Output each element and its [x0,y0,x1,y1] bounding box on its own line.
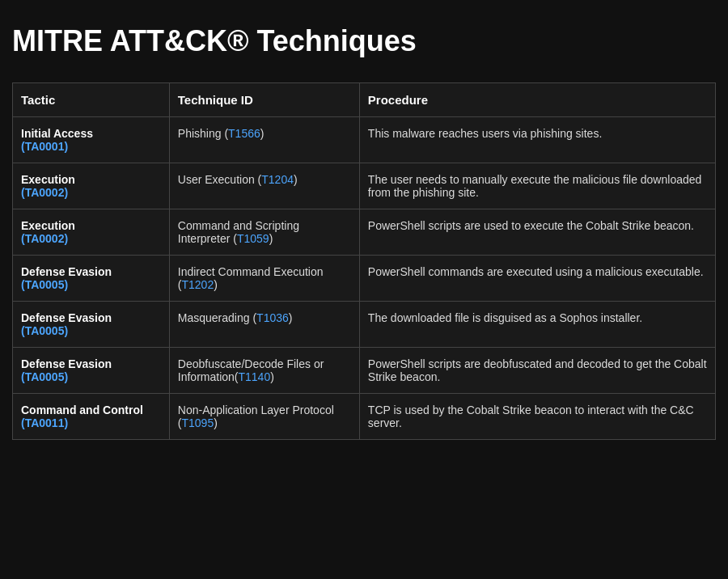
technique-id-link[interactable]: T1140 [239,370,271,383]
technique-cell: Non-Application Layer Protocol (T1095) [169,394,359,440]
technique-cell: Deobfuscate/Decode Files or Information(… [169,348,359,394]
header-procedure: Procedure [359,83,715,117]
technique-id-link[interactable]: T1036 [256,311,289,324]
mitre-table: Tactic Technique ID Procedure Initial Ac… [12,82,716,440]
header-tactic: Tactic [13,83,170,117]
tactic-cell: Command and Control (TA0011) [13,394,170,440]
tactic-cell: Defense Evasion (TA0005) [13,348,170,394]
procedure-cell: PowerShell scripts are used to execute t… [359,209,715,256]
technique-cell: User Execution (T1204) [169,163,359,209]
tactic-id-link[interactable]: (TA0002) [21,232,161,245]
technique-cell: Phishing (T1566) [169,117,359,163]
table-row: Command and Control (TA0011)Non-Applicat… [13,394,716,440]
tactic-cell: Initial Access (TA0001) [13,117,170,163]
tactic-id-link[interactable]: (TA0005) [21,278,161,291]
table-row: Execution (TA0002)User Execution (T1204)… [13,163,716,209]
technique-cell: Command and Scripting Interpreter (T1059… [169,209,359,256]
table-row: Defense Evasion (TA0005)Deobfuscate/Deco… [13,348,716,394]
tactic-cell: Execution (TA0002) [13,209,170,256]
tactic-cell: Defense Evasion (TA0005) [13,302,170,348]
tactic-id-link[interactable]: (TA0005) [21,324,161,337]
tactic-name: Defense Evasion [21,357,112,370]
page-title: MITRE ATT&CK® Techniques [12,16,716,66]
table-row: Defense Evasion (TA0005)Masquerading (T1… [13,302,716,348]
tactic-id-link[interactable]: (TA0002) [21,186,161,199]
table-row: Defense Evasion (TA0005)Indirect Command… [13,256,716,302]
tactic-cell: Execution (TA0002) [13,163,170,209]
procedure-cell: TCP is used by the Cobalt Strike beacon … [359,394,715,440]
table-header-row: Tactic Technique ID Procedure [13,83,716,117]
technique-id-link[interactable]: T1566 [228,127,260,140]
header-technique-id: Technique ID [169,83,359,117]
tactic-id-link[interactable]: (TA0005) [21,370,161,383]
technique-id-link[interactable]: T1059 [237,232,269,245]
procedure-cell: The user needs to manually execute the m… [359,163,715,209]
tactic-name: Command and Control [21,404,143,416]
table-row: Execution (TA0002)Command and Scripting … [13,209,716,256]
tactic-id-link[interactable]: (TA0001) [21,140,161,153]
technique-id-link[interactable]: T1204 [261,173,294,186]
technique-cell: Masquerading (T1036) [169,302,359,348]
table-row: Initial Access (TA0001)Phishing (T1566)T… [13,117,716,163]
tactic-name: Defense Evasion [21,311,112,324]
tactic-name: Execution [21,173,75,186]
technique-id-link[interactable]: T1202 [181,278,214,291]
tactic-name: Execution [21,219,75,232]
technique-cell: Indirect Command Execution (T1202) [169,256,359,302]
tactic-cell: Defense Evasion (TA0005) [13,256,170,302]
tactic-name: Initial Access [21,127,93,140]
technique-id-link[interactable]: T1095 [181,416,214,429]
procedure-cell: This malware reaches users via phishing … [359,117,715,163]
tactic-id-link[interactable]: (TA0011) [21,416,161,429]
tactic-name: Defense Evasion [21,265,112,278]
procedure-cell: PowerShell scripts are deobfuscated and … [359,348,715,394]
procedure-cell: PowerShell commands are executed using a… [359,256,715,302]
procedure-cell: The downloaded file is disguised as a So… [359,302,715,348]
